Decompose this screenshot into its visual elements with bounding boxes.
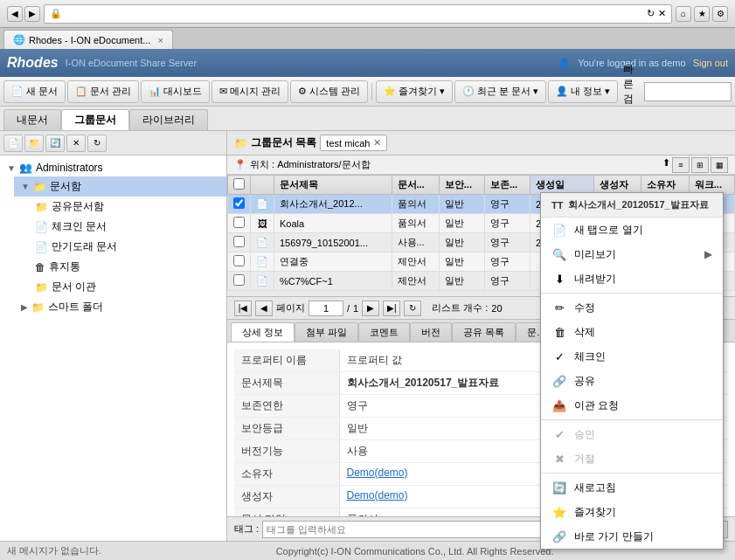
sidebar-item-administrators[interactable]: ▼ 👥 Administrators [0,159,226,176]
row-title-cell[interactable]: 회사소개서_2012... [274,195,392,214]
favorites-btn[interactable]: ⭐ 즐겨찾기 ▾ [376,80,453,103]
sidebar-item-docbox[interactable]: ▼ 📁 문서함 [14,176,226,197]
row-checkbox-cell[interactable] [228,195,251,214]
row-title-cell[interactable]: 156979_10152001... [274,233,392,252]
context-menu-item[interactable]: ✏ 수정 [541,295,723,320]
sidebar-refresh-btn[interactable]: 🔄 [45,135,65,152]
smart-label: 스마트 폴더 [48,300,103,315]
detail-tab-attach[interactable]: 첨부 파일 [295,322,358,342]
row-checkbox-cell[interactable] [228,233,251,252]
context-menu-item[interactable]: 🔗 공유 [541,369,723,393]
ctx-item-label: 새 탭으로 열기 [574,223,643,238]
row-security-cell: 일반 [439,233,484,252]
ctx-item-icon: ⭐ [551,504,567,520]
row-checkbox-cell[interactable] [228,272,251,291]
quick-search-input[interactable] [644,82,732,101]
context-menu-item[interactable]: 🔄 새로고침 [541,475,723,500]
detail-link[interactable]: Demo(demo) [347,467,408,479]
context-menu-item[interactable]: 📤 이관 요청 [541,393,723,418]
sidebar-item-shared[interactable]: 📁 공유문서함 [28,197,226,217]
sidebar-item-expiring[interactable]: 📄 만기도래 문서 [28,237,226,257]
forward-btn[interactable]: ▶ [24,6,40,22]
recent-docs-btn[interactable]: 🕐 최근 분 문서 ▾ [454,80,546,103]
context-menu-item[interactable]: ⬇ 내려받기 [541,266,723,291]
sidebar-toolbar: 📄 📁 🔄 ✕ ↻ [0,131,226,156]
row-checkbox[interactable] [233,255,245,266]
stop-icon[interactable]: ✕ [658,8,666,19]
system-manage-btn[interactable]: ⚙ 시스템 관리 [290,80,368,103]
detail-tab-comment[interactable]: 코멘트 [358,322,410,342]
col-title[interactable]: 문서제목 [274,176,392,195]
message-manage-btn[interactable]: ✉ 메시지 관리 [211,80,288,103]
row-checkbox[interactable] [233,274,245,286]
sidebar-delete-btn[interactable]: ✕ [66,135,86,152]
row-checkbox[interactable] [233,236,245,247]
next-page-btn[interactable]: ▶ [362,301,379,316]
detail-prop-name: 버전기능 [234,440,339,463]
settings-button[interactable]: ⚙ [712,6,728,22]
last-page-btn[interactable]: ▶| [383,301,400,316]
detail-tab-version[interactable]: 버전 [410,322,452,342]
tab-library[interactable]: 라이브러리 [129,109,208,130]
home-button[interactable]: ⌂ [676,6,691,22]
favorites-button[interactable]: ★ [694,6,710,22]
context-menu-item[interactable]: 📄 새 탭으로 열기 [541,218,723,242]
sidebar-item-checkin[interactable]: 📄 체크인 문서 [28,217,226,237]
tab-my-docs[interactable]: 내문서 [3,109,61,130]
prev-page-btn[interactable]: ◀ [255,301,273,316]
refresh-icon[interactable]: ↻ [647,8,655,19]
col-checkbox[interactable] [228,176,251,195]
view-large-btn[interactable]: ▦ [711,157,728,173]
expand-icon-docbox: ▼ [21,182,30,191]
ctx-item-icon: 🔍 [551,246,567,262]
tab-close[interactable]: × [157,35,163,45]
sidebar-item-transfer[interactable]: 📁 문서 이관 [28,277,226,297]
dashboard-btn[interactable]: 📊 대시보드 [141,80,210,103]
row-checkbox-cell[interactable] [228,252,251,272]
row-checkbox-cell[interactable] [228,214,251,233]
page-input[interactable] [309,301,343,316]
page-total: 1 [353,303,358,314]
context-menu-item[interactable]: ⭐ 즐겨찾기 [541,500,723,524]
sidebar-reload-btn[interactable]: ↻ [87,135,107,152]
address-input[interactable]: http://1.234.9... [66,9,643,19]
search-tag-close[interactable]: ✕ [373,137,381,149]
upload-icon[interactable]: ⬆ [662,157,670,173]
back-btn[interactable]: ◀ [7,6,23,22]
view-list-btn[interactable]: ≡ [672,157,690,173]
first-page-btn[interactable]: |◀ [234,301,252,316]
doc-manage-btn[interactable]: 📋 문서 관리 [67,80,139,103]
tab-group-docs[interactable]: 그룹문서 [61,109,129,130]
sidebar-item-trash[interactable]: 🗑 휴지통 [28,257,226,277]
address-bar[interactable]: 🔒 http://1.234.9... ↻ ✕ [44,4,672,24]
context-menu-item[interactable]: ✓ 체크인 [541,344,723,369]
ctx-item-label: 이관 요청 [574,398,619,413]
detail-tab-share[interactable]: 공유 목록 [452,322,516,342]
detail-tab-info[interactable]: 상세 정보 [231,322,295,342]
row-checkbox[interactable] [233,217,245,228]
context-menu-item[interactable]: 🔗 바로 가기 만들기 [541,524,723,549]
new-doc-btn[interactable]: 📄 새 문서 [3,80,66,103]
doc-icon-expiring: 📄 [35,241,48,253]
col-type[interactable]: 문서... [392,176,439,195]
row-title-cell[interactable]: %C7%CF~1 [274,272,392,291]
context-menu-item[interactable]: 🗑 삭제 [541,320,723,344]
sidebar-item-smart[interactable]: ▶ 📁 스마트 폴더 [14,297,226,317]
sidebar-new-btn[interactable]: 📄 [3,135,23,152]
row-checkbox[interactable] [233,197,245,209]
my-info-btn[interactable]: 👤 내 정보 ▾ [548,80,618,103]
trash-icon: 🗑 [35,261,45,273]
row-title-cell[interactable]: Koala [274,214,392,233]
row-title-cell[interactable]: 연결중 [274,252,392,272]
refresh-list-btn[interactable]: ↻ [404,301,421,316]
browser-tab-1[interactable]: 🌐 Rhodes - I-ON eDocument... × [3,30,173,49]
select-all-checkbox[interactable] [233,178,245,190]
detail-value-bold: 회사소개서_20120517_발표자료 [347,377,500,389]
detail-link[interactable]: Demo(demo) [347,489,408,501]
view-grid-btn[interactable]: ⊞ [691,157,709,173]
col-security[interactable]: 보안... [439,176,484,195]
row-security-cell: 일반 [439,214,484,233]
context-menu-item[interactable]: 🔍 미리보기 ▶ [541,242,723,266]
col-preserve[interactable]: 보존... [484,176,530,195]
sidebar-folder-btn[interactable]: 📁 [24,135,44,152]
